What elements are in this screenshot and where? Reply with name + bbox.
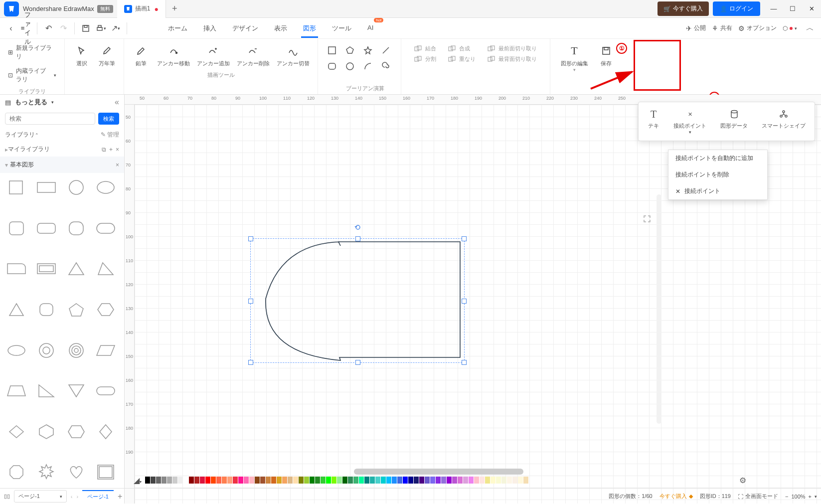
popup-connection-button[interactable]: ✕接続ポイント▾ [666,104,713,139]
color-swatch[interactable] [403,477,408,484]
color-swatch[interactable] [304,477,309,484]
page-selector[interactable]: ページ-1▾ [14,490,67,503]
ps-octagon[interactable] [5,463,28,482]
page-tab[interactable]: ページ-1 [82,490,114,503]
color-swatch[interactable] [518,477,523,484]
anchor-toggle-button[interactable]: アンカー切替 [274,42,313,69]
pencil-tool-button[interactable]: 鉛筆 [129,42,153,69]
redo-button[interactable]: ↷ [56,21,70,35]
fountain-pen-button[interactable]: 万年筆 [95,42,119,69]
color-swatch[interactable] [315,477,320,484]
bool-back-button[interactable]: 最背面切り取り [486,54,539,64]
color-swatch[interactable] [326,477,331,484]
collapse-panel-icon[interactable]: « [115,98,119,107]
ps-roundpoly[interactable] [35,300,58,319]
ps-roundsquare2[interactable] [65,219,88,238]
window-minimize-button[interactable]: — [764,0,783,18]
color-swatch[interactable] [151,477,156,484]
select-tool-button[interactable]: 選択 [70,42,94,69]
ps-pentagon[interactable] [65,300,88,319]
shape-spiral[interactable] [379,60,393,73]
color-swatch[interactable] [205,477,210,484]
color-swatch[interactable] [255,477,260,484]
layout-mode-icon[interactable]: ▯▯ [4,493,10,500]
color-swatch[interactable] [342,477,347,484]
color-swatch[interactable] [293,477,298,484]
context-auto-add[interactable]: 接続ポイントを自動的に追加 [668,150,767,167]
color-swatch[interactable] [381,477,386,484]
ps-parallelogram[interactable] [94,341,117,360]
collapse-ribbon-button[interactable]: ︿ [803,21,817,35]
window-close-button[interactable]: ✕ [802,0,821,18]
color-swatch[interactable] [227,477,232,484]
handle-ne[interactable] [462,236,467,241]
color-swatch[interactable] [480,477,485,484]
color-swatch[interactable] [162,477,166,484]
color-swatch[interactable] [310,477,315,484]
ps-hex3[interactable] [65,422,88,441]
color-swatch[interactable] [189,477,194,484]
ps-square[interactable] [5,178,28,197]
canvas-expand-icon[interactable] [643,214,652,225]
color-swatch[interactable] [331,477,336,484]
ps-pill[interactable] [94,381,117,400]
color-swatch[interactable] [491,477,495,484]
color-swatch[interactable] [238,477,243,484]
color-swatch[interactable] [167,477,172,484]
zoom-dropdown-icon[interactable]: ▾ [815,494,817,499]
search-button[interactable]: 検索 [98,113,119,125]
color-swatch[interactable] [512,477,517,484]
color-swatch[interactable] [364,477,369,484]
shape-roundrect[interactable] [325,60,339,73]
builtin-library-button[interactable]: ⊡内蔵ライブラリ▾ [5,65,59,86]
ps-doubleframe[interactable] [94,463,117,482]
share-button[interactable]: ⚘共有 [712,24,732,32]
color-swatch[interactable] [260,477,265,484]
color-swatch[interactable] [282,477,287,484]
menu-tab-shape[interactable]: 図形 [301,20,318,37]
ps-diamond[interactable] [5,422,28,441]
color-swatch[interactable] [211,477,216,484]
export-button[interactable]: ↗ ▾ [109,21,123,35]
color-swatch[interactable] [271,477,276,484]
status-buy-button[interactable]: 今すぐ購入 ◆ [659,493,693,500]
shape-edit-button[interactable]: T図形の編集▾ [555,42,593,74]
shape-square[interactable] [325,44,339,57]
color-swatch[interactable] [419,477,424,484]
color-swatch[interactable] [277,477,282,484]
color-swatch[interactable] [370,477,375,484]
color-swatch[interactable] [485,477,490,484]
context-delete[interactable]: 接続ポイントを削除 [668,167,767,183]
color-swatch[interactable] [178,477,183,484]
ps-dtriangle[interactable] [65,381,88,400]
ps-ellipse2[interactable] [5,341,28,360]
color-swatch[interactable] [233,477,238,484]
undo-button[interactable]: ↶ [41,21,55,35]
ps-tab[interactable] [5,259,28,278]
ps-heart[interactable] [65,463,88,482]
handle-e[interactable] [462,299,467,304]
ps-rect[interactable] [35,178,58,197]
manage-link[interactable]: ✎ 管理 [101,131,119,139]
ps-donut[interactable] [35,341,58,360]
color-swatch[interactable] [397,477,402,484]
my-library-row[interactable]: ▸ マイライブラリ ⧉+× [0,142,124,157]
close-icon[interactable]: × [116,146,119,153]
color-swatch[interactable] [501,477,506,484]
bool-front-button[interactable]: 最前面切り取り [486,44,539,53]
color-swatch[interactable] [194,477,199,484]
color-swatch[interactable] [156,477,161,484]
ps-triangle3[interactable] [5,300,28,319]
menu-tab-insert[interactable]: 挿入 [201,20,218,37]
new-library-button[interactable]: ⊞新規ライブラリ [5,42,59,63]
color-swatch[interactable] [244,477,249,484]
fullscreen-button[interactable]: ⛶全画面モード [738,493,778,500]
shape-star[interactable] [361,44,375,57]
color-swatch[interactable] [441,477,446,484]
ps-roundrect2[interactable] [94,219,117,238]
popup-shape-data-button[interactable]: 図形データ [713,104,755,139]
bool-compose-button[interactable]: 合成 [446,44,478,53]
color-swatch[interactable] [337,477,342,484]
ps-hexagon[interactable] [94,300,117,319]
ps-diamond2[interactable] [94,422,117,441]
